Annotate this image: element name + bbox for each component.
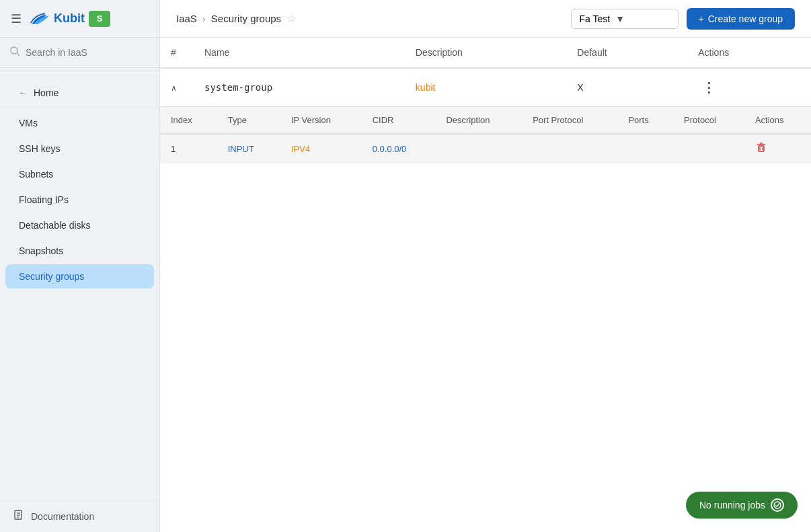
rule-protocol (673, 134, 744, 163)
sub-col-index: Index (160, 107, 217, 134)
svg-line-1 (17, 53, 20, 56)
row-expand-cell[interactable]: ∧ (160, 68, 194, 107)
sidebar-item-snapshots-label: Snapshots (19, 245, 63, 256)
status-bar: No running jobs (686, 492, 798, 519)
col-actions: Actions (687, 38, 811, 68)
sub-col-cidr: CIDR (362, 107, 436, 134)
topbar: IaaS › Security groups ☆ Fa Test ▼ + Cre… (160, 0, 811, 38)
col-hash: # (160, 38, 194, 68)
rule-ip-version: IPV4 (280, 134, 362, 163)
sub-table-cell: Index Type IP Version CIDR Description P… (160, 107, 811, 164)
content-area: # Name Description Default Actions ∧ sys… (160, 38, 811, 532)
sidebar-item-subnets[interactable]: Subnets (5, 162, 154, 186)
security-groups-table: # Name Description Default Actions ∧ sys… (160, 38, 811, 163)
svg-point-11 (774, 502, 781, 508)
sidebar-nav: ← Home VMs SSH keys Subnets Floating IPs… (0, 74, 159, 500)
doc-icon (13, 510, 24, 523)
table-row: ∧ system-group kubit X ⋮ (160, 68, 811, 107)
project-name: Fa Test (580, 13, 611, 24)
sidebar-item-floating-ips[interactable]: Floating IPs (5, 188, 154, 212)
sub-col-actions: Actions (744, 107, 811, 134)
plus-icon: + (699, 13, 704, 24)
breadcrumb: IaaS › Security groups ☆ (176, 12, 296, 25)
rule-ip-version-value: IPV4 (291, 144, 310, 154)
sub-table-header-row: Index Type IP Version CIDR Description P… (160, 107, 811, 134)
table-header-row: # Name Description Default Actions (160, 38, 811, 68)
row-description-cell: kubit (405, 68, 566, 107)
svg-point-0 (11, 47, 17, 54)
row-name-cell: system-group (194, 68, 405, 107)
sidebar-item-snapshots[interactable]: Snapshots (5, 239, 154, 263)
sidebar-footer-documentation[interactable]: Documentation (0, 500, 159, 532)
col-description: Description (405, 38, 566, 68)
group-description: kubit (416, 82, 436, 93)
sub-col-ip-version: IP Version (280, 107, 362, 134)
expand-icon[interactable]: ∧ (171, 83, 177, 93)
sidebar-item-floating-ips-label: Floating IPs (19, 194, 69, 205)
sidebar-item-ssh-keys-label: SSH keys (19, 143, 60, 154)
rule-port-protocol (522, 134, 617, 163)
sidebar-item-security-groups[interactable]: Security groups (5, 264, 154, 289)
main-content: IaaS › Security groups ☆ Fa Test ▼ + Cre… (160, 0, 811, 532)
sidebar-item-security-groups-label: Security groups (19, 271, 84, 282)
breadcrumb-parent[interactable]: IaaS (176, 13, 197, 24)
rule-index: 1 (160, 134, 217, 163)
chevron-down-icon: ▼ (615, 13, 625, 24)
project-selector[interactable]: Fa Test ▼ (571, 9, 679, 29)
search-input[interactable] (26, 44, 150, 61)
rule-type-value: INPUT (228, 144, 254, 154)
sidebar-item-ssh-keys[interactable]: SSH keys (5, 137, 154, 161)
sub-col-type: Type (217, 107, 280, 134)
row-default-cell: X (566, 68, 687, 107)
sidebar-item-home[interactable]: ← Home (5, 81, 154, 105)
sidebar-item-vms-label: VMs (19, 118, 38, 128)
hamburger-icon[interactable]: ☰ (8, 9, 24, 29)
create-new-group-button[interactable]: + Create new group (687, 8, 795, 30)
breadcrumb-separator: › (202, 13, 206, 24)
create-btn-label: Create new group (708, 13, 783, 24)
sidebar-header: ☰ Kubit S (0, 0, 159, 38)
logo-area: Kubit S (30, 11, 110, 27)
kubit-text: Kubit (54, 11, 85, 26)
rule-ports (617, 134, 673, 163)
sub-col-description: Description (435, 107, 522, 134)
rule-description (435, 134, 522, 163)
row-actions-cell[interactable]: ⋮ (687, 68, 811, 107)
sidebar-item-label: Home (34, 87, 59, 98)
actions-menu-icon[interactable]: ⋮ (698, 78, 720, 97)
delete-rule-icon[interactable] (755, 143, 767, 156)
sidebar-search-area (0, 38, 159, 68)
no-jobs-label: No running jobs (699, 500, 765, 510)
logo-kubit: Kubit (30, 11, 85, 27)
kubit-logo-icon (30, 11, 51, 27)
topbar-right: Fa Test ▼ + Create new group (571, 8, 795, 30)
sub-col-protocol: Protocol (673, 107, 744, 134)
group-name: system-group (204, 82, 272, 93)
rules-sub-table: Index Type IP Version CIDR Description P… (160, 107, 811, 163)
favorite-star-icon[interactable]: ☆ (286, 12, 296, 25)
default-value: X (577, 82, 583, 93)
rule-cidr-value: 0.0.0.0/0 (373, 144, 407, 154)
sub-table-row: 1 INPUT IPV4 0.0.0.0/0 (160, 134, 811, 163)
sub-table-row: Index Type IP Version CIDR Description P… (160, 107, 811, 164)
col-default: Default (566, 38, 687, 68)
documentation-label: Documentation (31, 511, 94, 522)
col-name: Name (194, 38, 405, 68)
sidebar-item-detachable-disks-label: Detachable disks (19, 220, 91, 231)
sidebar: ☰ Kubit S ← Home (0, 0, 160, 532)
no-running-jobs-badge: No running jobs (686, 492, 798, 519)
breadcrumb-current: Security groups (211, 13, 281, 24)
search-icon (9, 46, 20, 59)
sidebar-item-detachable-disks[interactable]: Detachable disks (5, 213, 154, 237)
rule-type: INPUT (217, 134, 280, 163)
s-badge: S (89, 11, 110, 27)
rule-cidr: 0.0.0.0/0 (362, 134, 436, 163)
sidebar-item-subnets-label: Subnets (19, 169, 53, 180)
sub-col-ports: Ports (617, 107, 673, 134)
sub-col-port-protocol: Port Protocol (522, 107, 617, 134)
rule-actions[interactable] (744, 134, 811, 163)
back-arrow-icon: ← (19, 88, 27, 98)
check-circle-icon (771, 498, 784, 512)
sidebar-item-vms[interactable]: VMs (5, 111, 154, 135)
svg-rect-6 (759, 146, 764, 151)
